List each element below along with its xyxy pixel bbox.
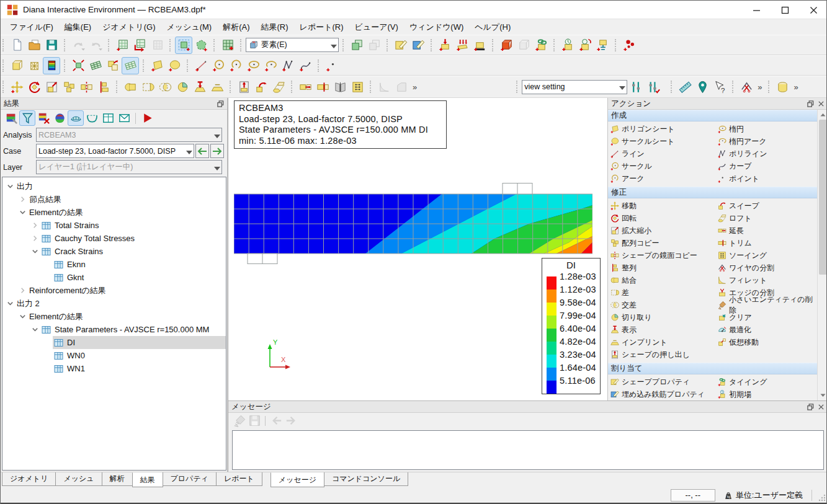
nav-forward-button[interactable] — [284, 414, 298, 428]
particle-trace-button[interactable] — [620, 37, 638, 54]
redo-button[interactable] — [87, 37, 104, 54]
action-press[interactable]: 表示 — [610, 324, 717, 336]
menu-item-8[interactable]: ウィンドウ(W) — [404, 20, 469, 35]
tab-解析[interactable]: 解析 — [102, 472, 133, 486]
sew-button[interactable] — [331, 78, 349, 95]
wireframe-view-button[interactable] — [25, 57, 43, 74]
toolbar-overflow-button[interactable]: » — [791, 82, 800, 92]
import-sheet-button[interactable] — [131, 37, 148, 54]
mesh-divisions-button[interactable] — [219, 37, 236, 54]
rotate-button[interactable] — [25, 78, 43, 95]
maximize-button[interactable] — [771, 1, 799, 19]
action-ellipse-arc[interactable]: 楕円アーク — [717, 135, 815, 148]
action-clear[interactable]: クリア — [717, 311, 815, 324]
ellipse-button[interactable] — [244, 57, 262, 74]
undo-button[interactable] — [69, 37, 87, 54]
run-analysis-button[interactable] — [139, 110, 155, 126]
flatten-button[interactable] — [208, 78, 226, 95]
menu-item-6[interactable]: レポート(R) — [294, 20, 349, 35]
action-arc[interactable]: アーク — [610, 172, 717, 185]
action-ellipse[interactable]: 楕円 — [717, 123, 815, 135]
float-panel-icon[interactable] — [807, 100, 814, 107]
action-array-copy[interactable]: 配列コピー — [610, 237, 717, 249]
tree-item-elementの結果[interactable]: Elementの結果 — [2, 310, 226, 323]
copy-sheet-button[interactable] — [104, 57, 122, 74]
broom-button[interactable] — [232, 414, 247, 428]
add-time-dependency-button[interactable] — [576, 37, 594, 54]
loft-button[interactable] — [270, 78, 287, 95]
action-assign-shape-property[interactable]: シェーププロパティ — [610, 376, 717, 388]
action-circle-sheet[interactable]: サークルシート — [610, 135, 717, 148]
add-function-button[interactable] — [559, 37, 576, 54]
minimize-button[interactable] — [742, 1, 771, 19]
resize-grip[interactable] — [817, 493, 826, 502]
result-envelope-button[interactable] — [116, 110, 132, 126]
viewport[interactable]: RCBEAM3Load-step 23, Load-factor 7.5000,… — [228, 98, 607, 400]
chamfer-3d-button[interactable] — [393, 78, 410, 95]
action-optimize[interactable]: 最適化 — [717, 324, 815, 336]
add-multi-load-button[interactable] — [454, 37, 471, 54]
tab-レポート[interactable]: レポート — [216, 472, 262, 486]
mirror-button[interactable] — [78, 78, 95, 95]
tree-item-reinforcementの結果[interactable]: Reinforcementの結果 — [2, 284, 226, 297]
expand-icon[interactable] — [30, 220, 40, 231]
add-point-load-button[interactable] — [436, 37, 454, 54]
add-solid-button[interactable] — [498, 37, 515, 54]
tree-item-wn0[interactable]: WN0 — [2, 349, 226, 362]
collapse-icon[interactable] — [17, 311, 28, 322]
tree-item-出力[interactable]: 出力 — [2, 180, 226, 193]
action-polyline[interactable]: ポリライン — [717, 148, 815, 160]
point-button[interactable] — [323, 57, 341, 74]
case-combo[interactable]: Load-step 23, Load-factor 7.5000, DISP — [36, 144, 194, 158]
line-button[interactable] — [192, 57, 210, 74]
action-loft[interactable]: ロフト — [717, 212, 815, 224]
mesh-plane-view-button[interactable] — [122, 57, 139, 74]
mesh-view-button[interactable] — [87, 57, 104, 74]
trim-button[interactable] — [314, 78, 331, 95]
display-filter-button[interactable] — [627, 78, 645, 95]
action-unite[interactable]: 結合 — [610, 274, 717, 286]
cut-shape-button[interactable] — [174, 78, 191, 95]
action-rotate[interactable]: 回転 — [610, 212, 717, 224]
display-filter-check-button[interactable] — [645, 78, 662, 95]
result-probe-button[interactable] — [51, 110, 68, 126]
copy-shape-button[interactable] — [348, 37, 365, 54]
open-folder-button[interactable] — [25, 37, 43, 54]
solid-view-button[interactable] — [8, 57, 25, 74]
float-panel-icon[interactable] — [217, 100, 224, 107]
action-fillet[interactable]: フィレット — [717, 274, 815, 286]
tree-item-elementの結果[interactable]: Elementの結果 — [2, 206, 226, 219]
move-button[interactable] — [8, 78, 25, 95]
collapse-icon[interactable] — [5, 181, 16, 192]
align-button[interactable] — [95, 78, 112, 95]
press-button[interactable] — [191, 78, 208, 95]
menu-item-4[interactable]: 解析(A) — [217, 20, 255, 35]
save-gray-button[interactable] — [247, 414, 262, 428]
assign-shape-property-button[interactable] — [392, 37, 409, 54]
subtract-button[interactable] — [139, 78, 156, 95]
menu-item-3[interactable]: メッシュ(M) — [161, 20, 217, 35]
ellipse-arc-button[interactable] — [262, 57, 279, 74]
intersect-button[interactable] — [156, 78, 174, 95]
fillet-3d-button[interactable] — [375, 78, 393, 95]
menu-item-0[interactable]: ファイル(F) — [4, 20, 59, 35]
new-document-button[interactable] — [8, 37, 25, 54]
sweep-button[interactable] — [253, 78, 270, 95]
menu-item-1[interactable]: 編集(E) — [59, 20, 97, 35]
contour-view-button[interactable] — [43, 57, 60, 74]
action-split-wire[interactable]: ワイヤの分割 — [717, 262, 815, 274]
result-table-button[interactable] — [100, 110, 116, 126]
circle-sheet-button[interactable] — [166, 57, 183, 74]
polygon-sheet-button[interactable] — [148, 57, 166, 74]
circle-button[interactable] — [210, 57, 227, 74]
previous-case-button[interactable] — [195, 144, 209, 158]
paste-shape-button[interactable] — [365, 37, 383, 54]
action-trim[interactable]: トリム — [717, 237, 815, 249]
action-align[interactable]: 整列 — [610, 262, 717, 274]
result-filter-button[interactable] — [19, 110, 35, 126]
select-polygon-button[interactable] — [192, 37, 210, 54]
expand-icon[interactable] — [17, 194, 28, 205]
element-type-combo[interactable]: 要素(E) — [246, 38, 339, 52]
select-rectangle-button[interactable] — [175, 37, 192, 54]
action-extend[interactable]: 延長 — [717, 224, 815, 237]
